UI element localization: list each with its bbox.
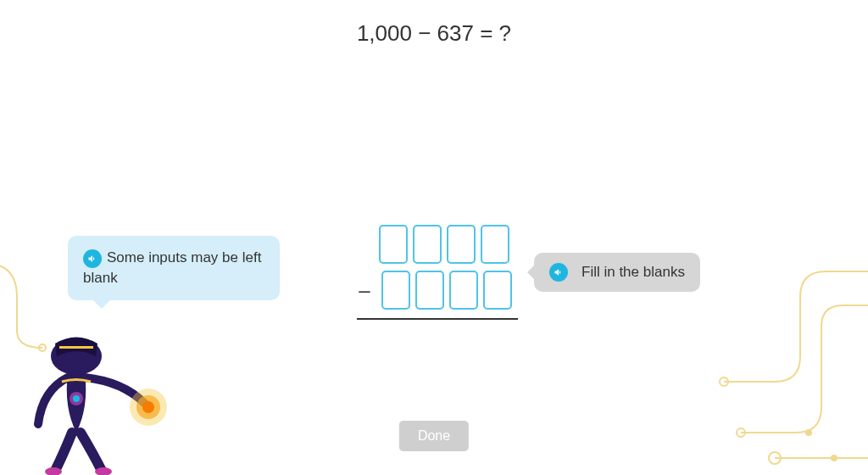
svg-point-4 (73, 395, 80, 402)
svg-rect-2 (59, 346, 93, 349)
subtrahend-digit-1[interactable] (381, 271, 410, 310)
equals-line (357, 318, 518, 320)
minus-sign: – (356, 278, 373, 302)
hint-left-text: Some inputs may be left blank (83, 249, 261, 286)
subtraction-workspace: – (350, 225, 518, 320)
subtrahend-digit-4[interactable] (483, 271, 512, 310)
robot-mascot (13, 297, 182, 475)
subtrahend-digit-2[interactable] (415, 271, 444, 310)
speaker-icon[interactable] (549, 263, 568, 282)
svg-point-13 (805, 429, 812, 436)
svg-point-7 (142, 401, 154, 413)
minuend-digit-1[interactable] (379, 225, 408, 264)
hint-right-text: Fill in the blanks (581, 264, 685, 281)
svg-point-14 (831, 455, 837, 461)
circuit-decoration-right (698, 254, 868, 475)
hint-tooltip-left: Some inputs may be left blank (68, 236, 280, 300)
subtrahend-row: – (356, 271, 512, 310)
done-button[interactable]: Done (399, 421, 469, 451)
minuend-row (359, 225, 509, 264)
minuend-digit-3[interactable] (447, 225, 476, 264)
question-text: 1,000 − 637 = ? (0, 0, 868, 47)
hint-tooltip-right: Fill in the blanks (534, 253, 700, 292)
minuend-digit-2[interactable] (413, 225, 442, 264)
minuend-digit-4[interactable] (481, 225, 509, 264)
subtrahend-digit-3[interactable] (449, 271, 478, 310)
speaker-icon[interactable] (83, 249, 102, 268)
